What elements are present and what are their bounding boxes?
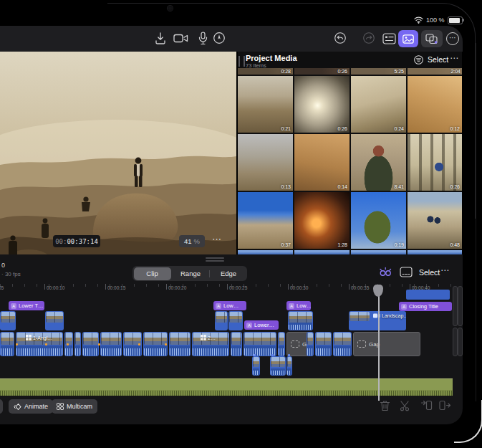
title-clip[interactable]: A Lower…: [244, 320, 279, 330]
storyline-clip[interactable]: [0, 332, 14, 356]
marker[interactable]: [98, 343, 100, 345]
mode-edge[interactable]: Edge: [210, 270, 247, 277]
clip-duration: 5:25: [394, 69, 404, 74]
media-browser-button[interactable]: [398, 30, 418, 47]
timeline-scrollbar[interactable]: [458, 286, 463, 326]
timeline-scrollbar[interactable]: [453, 286, 458, 326]
multicam-grid-icon: [26, 335, 32, 340]
gap-icon: [357, 340, 366, 348]
timeline-drag-handle[interactable]: [206, 260, 224, 262]
marker[interactable]: [138, 343, 140, 345]
media-thumbnail[interactable]: 0:19: [351, 192, 406, 249]
playhead-line[interactable]: [378, 285, 380, 401]
media-thumbnail[interactable]: 0:26: [294, 76, 350, 133]
media-thumbnail[interactable]: 1:28: [294, 192, 350, 249]
storyline-clip[interactable]: [333, 332, 352, 356]
mode-clip[interactable]: Clip: [134, 267, 171, 280]
media-thumbnail[interactable]: 0:14: [294, 134, 350, 191]
mode-range[interactable]: Range: [172, 270, 209, 277]
storyline-clip[interactable]: [143, 332, 168, 356]
gap-clip[interactable]: Gap: [353, 332, 420, 356]
ruler-label: 05: [0, 285, 4, 290]
storyline-clip[interactable]: [100, 332, 122, 356]
timeline-scrollbar[interactable]: [458, 328, 463, 356]
filter-icon[interactable]: [414, 55, 423, 65]
animate-button[interactable]: Animate: [9, 399, 53, 414]
storyline-clip[interactable]: [244, 332, 276, 356]
panel-drag-handle[interactable]: [238, 56, 245, 67]
storyline-clip[interactable]: [64, 332, 73, 356]
media-thumbnail[interactable]: 5:25: [351, 68, 406, 75]
media-thumbnail[interactable]: 0:28: [238, 68, 293, 75]
storyline-clip[interactable]: [315, 332, 332, 356]
title-clip[interactable]: A Low…: [286, 301, 311, 310]
marker[interactable]: [165, 343, 167, 345]
connected-clip-below[interactable]: [270, 356, 286, 376]
storyline-clip[interactable]: [169, 332, 191, 356]
connected-clip[interactable]: [0, 311, 16, 330]
timeline-drag-handle[interactable]: [206, 257, 224, 259]
timeline-scrollbar[interactable]: [453, 328, 458, 356]
music-clip[interactable]: [0, 378, 453, 396]
connected-clip-landscape[interactable]: Landscap…: [349, 311, 406, 330]
marker[interactable]: [67, 343, 69, 345]
clip-duration: 0:26: [337, 69, 347, 74]
clip-label: 2…: [208, 335, 216, 340]
title-clip-closing[interactable]: A Closing Title: [399, 302, 452, 311]
undo-icon[interactable]: [334, 32, 348, 46]
media-thumbnail[interactable]: 2:04: [408, 68, 462, 75]
media-thumbnail[interactable]: 0:26: [294, 68, 350, 75]
pencil-tool-icon[interactable]: [213, 32, 227, 46]
storyline-clip[interactable]: [278, 332, 285, 356]
effects-icon: [425, 34, 438, 44]
media-thumbnail[interactable]: 0:48: [408, 192, 462, 249]
connected-clip[interactable]: [288, 311, 313, 330]
camera-icon[interactable]: [173, 32, 188, 46]
media-select-button[interactable]: Select: [428, 55, 448, 64]
playhead-handle[interactable]: [373, 285, 383, 297]
connected-clip[interactable]: [406, 290, 450, 300]
media-thumbnail[interactable]: 8:41: [351, 134, 406, 191]
enhance-icon[interactable]: [378, 266, 392, 278]
clip-duration: 0:21: [281, 126, 291, 131]
microphone-icon[interactable]: [198, 32, 213, 46]
media-thumbnail[interactable]: 0:26: [408, 134, 462, 191]
storyline-clip[interactable]: [307, 332, 314, 356]
more-options-icon[interactable]: ⋯: [446, 32, 459, 45]
storyline-clip[interactable]: [82, 332, 99, 356]
clip-appearance-icon[interactable]: [400, 267, 413, 277]
storyline-clip-multicam[interactable]: 1-Angl…: [16, 332, 63, 356]
media-thumbnail[interactable]: 0:37: [238, 192, 293, 249]
media-thumbnail[interactable]: 0:12: [408, 76, 462, 133]
storyline-clip[interactable]: [231, 332, 242, 356]
timeline-more-icon[interactable]: ⋯: [440, 265, 449, 275]
status-bar: 100 %: [414, 16, 463, 24]
zoom-level[interactable]: 41 %: [179, 235, 205, 247]
media-thumbnail[interactable]: 0:24: [351, 76, 406, 133]
connected-clip[interactable]: [215, 311, 228, 330]
title-clip[interactable]: A Lower T…: [9, 301, 44, 310]
timeline-select-button[interactable]: Select: [419, 268, 440, 277]
footer-button-partial[interactable]: [0, 399, 3, 414]
storyline-clip-multicam[interactable]: 2…: [192, 332, 229, 356]
video-viewer[interactable]: [0, 52, 236, 254]
timeline-ruler[interactable]: [0, 284, 453, 287]
import-icon[interactable]: [154, 32, 168, 46]
viewer-more-icon[interactable]: ⋯: [212, 234, 222, 244]
title-clip[interactable]: A Low…: [213, 301, 246, 310]
marker[interactable]: [45, 343, 47, 345]
effects-button[interactable]: [421, 30, 443, 47]
marker[interactable]: [16, 343, 18, 345]
timecode-display[interactable]: 00:00:37:14: [53, 235, 100, 247]
connected-clip[interactable]: [228, 311, 243, 330]
connected-clip-below[interactable]: [252, 356, 260, 376]
connected-clip[interactable]: [45, 311, 64, 330]
multicam-button[interactable]: Multicam: [52, 399, 97, 414]
media-thumbnail[interactable]: 0:13: [238, 134, 293, 191]
media-more-icon[interactable]: ⋯: [450, 53, 458, 63]
connected-clip-below[interactable]: [286, 356, 292, 376]
project-info-line2: · 30 fps: [1, 271, 21, 277]
storyline-clip[interactable]: [74, 332, 81, 356]
inspector-icon[interactable]: [382, 33, 397, 47]
media-thumbnail[interactable]: 0:21: [238, 76, 293, 133]
